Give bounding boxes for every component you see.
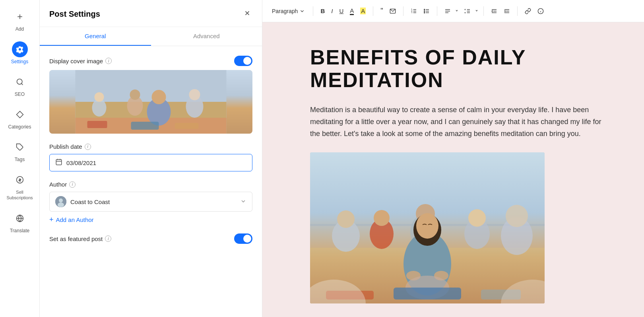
sidebar-item-add[interactable]: Add bbox=[0, 5, 39, 36]
display-cover-info-icon[interactable]: i bbox=[105, 58, 112, 64]
author-label: Author i bbox=[49, 181, 76, 188]
svg-rect-23 bbox=[131, 122, 159, 130]
display-cover-image-field: Display cover image i ✓ bbox=[49, 56, 252, 134]
display-cover-toggle[interactable]: ✓ bbox=[234, 56, 252, 66]
sidebar-label-translate: Translate bbox=[10, 228, 30, 233]
indent-decrease-button[interactable] bbox=[489, 6, 500, 16]
sidebar-item-seo[interactable]: SEO bbox=[0, 70, 39, 101]
sidebar-label-add: Add bbox=[16, 26, 24, 32]
align-button[interactable] bbox=[442, 6, 453, 16]
unordered-list-button[interactable] bbox=[421, 6, 432, 16]
italic-button[interactable]: I bbox=[329, 6, 335, 16]
gear-icon bbox=[12, 41, 28, 57]
align-group bbox=[442, 6, 459, 16]
svg-point-18 bbox=[130, 89, 140, 100]
blog-body: Meditation is a beautiful way to create … bbox=[310, 104, 612, 140]
panel-content: Display cover image i ✓ bbox=[40, 46, 262, 253]
svg-point-20 bbox=[152, 90, 166, 104]
svg-rect-25 bbox=[87, 121, 107, 128]
tag-icon bbox=[12, 139, 28, 155]
cover-image[interactable] bbox=[49, 70, 252, 134]
line-spacing-button[interactable] bbox=[462, 6, 473, 16]
sidebar-item-categories[interactable]: Categories bbox=[0, 103, 39, 134]
sidebar-item-settings[interactable]: Settings bbox=[0, 37, 39, 68]
format-group: B I U A A bbox=[318, 6, 368, 17]
svg-point-71 bbox=[468, 209, 486, 227]
date-input-wrapper[interactable] bbox=[49, 154, 252, 171]
underline-button[interactable]: U bbox=[337, 6, 346, 16]
close-button[interactable] bbox=[242, 8, 252, 20]
ordered-list-button[interactable]: 1.2.3. bbox=[408, 6, 419, 16]
font-color-button[interactable]: A bbox=[347, 6, 356, 17]
indent-increase-button[interactable] bbox=[501, 6, 512, 16]
author-name: Coast to Coast bbox=[70, 198, 236, 205]
sidebar-item-subscriptions[interactable]: SellSubscriptions bbox=[0, 168, 39, 205]
diamond-icon bbox=[12, 107, 28, 123]
bold-button[interactable]: B bbox=[318, 6, 327, 16]
panel-title: Post Settings bbox=[49, 10, 100, 19]
svg-point-31 bbox=[59, 198, 63, 202]
author-info-icon[interactable]: i bbox=[69, 181, 76, 188]
sidebar-item-translate[interactable]: Translate bbox=[0, 206, 39, 237]
editor-area[interactable]: BENEFITS OF DAILY MEDITATION Meditation … bbox=[262, 22, 644, 317]
spacing-chevron bbox=[475, 8, 479, 14]
svg-marker-4 bbox=[16, 111, 23, 118]
search-icon bbox=[12, 74, 28, 90]
svg-point-67 bbox=[374, 210, 390, 226]
date-input[interactable] bbox=[66, 159, 246, 166]
featured-post-label-row: Set as featured post i ✓ bbox=[49, 233, 252, 244]
svg-rect-26 bbox=[56, 159, 62, 165]
author-dropdown[interactable]: Coast to Coast bbox=[49, 192, 252, 212]
link-button[interactable] bbox=[522, 6, 533, 16]
author-label-row: Author i bbox=[49, 181, 252, 188]
author-field: Author i Coast to Coast + bbox=[49, 181, 252, 224]
svg-point-22 bbox=[189, 89, 200, 100]
sidebar-label-categories: Categories bbox=[8, 124, 31, 130]
divider-1 bbox=[313, 6, 313, 16]
highlight-button[interactable]: A bbox=[358, 6, 368, 16]
sidebar-label-seo: SEO bbox=[15, 91, 25, 97]
svg-point-44 bbox=[424, 11, 425, 12]
toolbar: Paragraph B I U A A " 1.2.3. bbox=[262, 0, 644, 22]
sidebar-label-tags: Tags bbox=[15, 157, 25, 162]
panel-tabs: General Advanced bbox=[40, 27, 262, 46]
paragraph-selector[interactable]: Paragraph bbox=[269, 6, 308, 16]
add-author-label[interactable]: Add an Author bbox=[56, 216, 94, 223]
divider-4 bbox=[437, 6, 437, 16]
indent-group bbox=[489, 6, 512, 16]
paragraph-label: Paragraph bbox=[272, 8, 298, 14]
svg-point-73 bbox=[506, 205, 528, 227]
globe-icon bbox=[12, 210, 28, 226]
divider-6 bbox=[517, 6, 518, 16]
email-button[interactable] bbox=[387, 6, 398, 16]
publish-date-info-icon[interactable]: i bbox=[85, 144, 91, 150]
blog-image bbox=[310, 152, 545, 303]
main-content: Paragraph B I U A A " 1.2.3. bbox=[262, 0, 644, 317]
svg-rect-80 bbox=[394, 288, 461, 299]
sidebar-label-settings: Settings bbox=[11, 59, 28, 64]
tab-advanced[interactable]: Advanced bbox=[151, 27, 262, 46]
featured-post-label: Set as featured post i bbox=[49, 235, 111, 242]
publish-date-label: Publish date i bbox=[49, 143, 91, 150]
svg-point-76 bbox=[416, 213, 438, 239]
divider-5 bbox=[483, 6, 484, 16]
info-button[interactable] bbox=[535, 6, 546, 16]
featured-post-field: Set as featured post i ✓ bbox=[49, 233, 252, 244]
divider-2 bbox=[373, 6, 373, 16]
svg-point-45 bbox=[424, 12, 425, 13]
svg-rect-24 bbox=[175, 123, 199, 129]
calendar-icon bbox=[55, 158, 62, 167]
display-cover-label: Display cover image i bbox=[49, 58, 112, 64]
svg-point-2 bbox=[17, 79, 22, 84]
align-chevron bbox=[455, 8, 459, 14]
divider-3 bbox=[403, 6, 403, 16]
featured-post-toggle[interactable]: ✓ bbox=[234, 233, 252, 244]
tab-general[interactable]: General bbox=[40, 27, 151, 46]
featured-post-info-icon[interactable]: i bbox=[105, 235, 111, 242]
sidebar-item-tags[interactable]: Tags bbox=[0, 135, 39, 166]
blog-title: BENEFITS OF DAILY MEDITATION bbox=[310, 46, 588, 91]
panel-header: Post Settings bbox=[40, 0, 262, 27]
add-author-row[interactable]: + Add an Author bbox=[49, 216, 252, 224]
svg-point-16 bbox=[95, 92, 104, 102]
blockquote-button[interactable]: " bbox=[378, 5, 385, 17]
